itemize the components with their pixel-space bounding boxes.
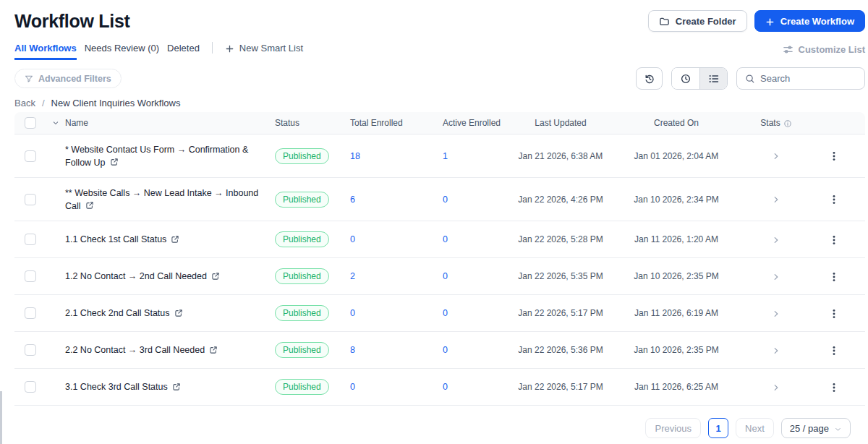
kebab-menu-icon bbox=[829, 307, 839, 320]
workflow-name-cell[interactable]: 1.2 No Contact → 2nd Call Needed bbox=[65, 264, 266, 289]
total-enrolled-link[interactable]: 0 bbox=[339, 308, 431, 318]
row-checkbox[interactable] bbox=[25, 234, 36, 245]
previous-page-button[interactable]: Previous bbox=[645, 418, 701, 438]
enrollment-history-button[interactable] bbox=[636, 67, 663, 90]
create-workflow-button[interactable]: Create Workflow bbox=[754, 10, 865, 32]
page-size-select[interactable]: 25 / page bbox=[781, 418, 851, 438]
external-link-icon[interactable] bbox=[209, 344, 218, 354]
row-actions-button[interactable] bbox=[814, 233, 854, 246]
total-enrolled-link[interactable]: 0 bbox=[339, 382, 431, 392]
next-page-button[interactable]: Next bbox=[736, 418, 774, 438]
workflow-name-cell[interactable]: 3.1 Check 3rd Call Status bbox=[65, 375, 266, 399]
column-header-created-on[interactable]: Created On bbox=[615, 118, 738, 128]
kebab-menu-icon bbox=[829, 193, 839, 206]
list-view-button[interactable] bbox=[699, 68, 727, 89]
table-row[interactable]: 1.2 No Contact → 2nd Call Needed Publish… bbox=[14, 258, 865, 295]
total-enrolled-link[interactable]: 8 bbox=[339, 345, 431, 355]
chevron-right-icon bbox=[771, 307, 781, 320]
tabs: All Workflows Needs Review (0) Deleted N… bbox=[14, 42, 303, 60]
breadcrumb-back-link[interactable]: Back bbox=[14, 98, 35, 108]
select-all-caret-icon[interactable] bbox=[46, 119, 65, 127]
workflow-name-cell[interactable]: 1.1 Check 1st Call Status bbox=[65, 227, 266, 252]
stats-expand-button[interactable] bbox=[738, 150, 814, 163]
row-actions-button[interactable] bbox=[814, 270, 854, 283]
external-link-icon[interactable] bbox=[211, 270, 220, 281]
total-enrolled-link[interactable]: 6 bbox=[339, 195, 431, 205]
row-actions-button[interactable] bbox=[814, 343, 854, 357]
search-box bbox=[736, 67, 865, 90]
select-all-checkbox[interactable] bbox=[25, 117, 36, 129]
kebab-menu-icon bbox=[829, 343, 839, 357]
customize-list-button[interactable]: Customize List bbox=[783, 42, 865, 55]
active-enrolled-link[interactable]: 0 bbox=[431, 308, 506, 318]
table-row[interactable]: ** Website Calls → New Lead Intake → Inb… bbox=[14, 178, 865, 221]
stats-expand-button[interactable] bbox=[738, 380, 814, 393]
row-actions-button[interactable] bbox=[814, 193, 854, 206]
row-actions-button[interactable] bbox=[814, 380, 854, 393]
row-checkbox[interactable] bbox=[25, 194, 36, 205]
advanced-filters-button[interactable]: Advanced Filters bbox=[14, 69, 122, 88]
table-row[interactable]: 2.1 Check 2nd Call Status Published 0 0 … bbox=[14, 295, 865, 332]
tab-all-workflows[interactable]: All Workflows bbox=[14, 43, 77, 60]
column-header-total-enrolled[interactable]: Total Enrolled bbox=[339, 118, 431, 128]
column-header-stats[interactable]: Stats bbox=[738, 118, 814, 128]
table-row[interactable]: 3.1 Check 3rd Call Status Published 0 0 … bbox=[14, 369, 865, 406]
row-checkbox[interactable] bbox=[25, 150, 36, 162]
plus-icon bbox=[225, 42, 234, 53]
created-on-value: Jan 11 2026, 6:25 AM bbox=[615, 382, 738, 392]
table-row[interactable]: 1.1 Check 1st Call Status Published 0 0 … bbox=[14, 221, 865, 258]
folder-icon bbox=[659, 15, 670, 27]
active-enrolled-link[interactable]: 0 bbox=[431, 234, 506, 244]
current-page-button[interactable]: 1 bbox=[708, 418, 728, 438]
active-enrolled-link[interactable]: 1 bbox=[431, 151, 506, 161]
stats-expand-button[interactable] bbox=[738, 233, 814, 246]
chevron-right-icon bbox=[771, 193, 781, 206]
new-smart-list-label: New Smart List bbox=[239, 43, 303, 54]
total-enrolled-link[interactable]: 0 bbox=[339, 234, 431, 244]
chevron-right-icon bbox=[771, 270, 781, 283]
workflow-name-cell[interactable]: 2.2 No Contact → 3rd Call Needed bbox=[65, 338, 266, 362]
workflow-name-cell[interactable]: * Website Contact Us Form → Confirmation… bbox=[65, 137, 266, 175]
external-link-icon[interactable] bbox=[85, 200, 94, 210]
active-enrolled-link[interactable]: 0 bbox=[431, 271, 506, 281]
external-link-icon[interactable] bbox=[171, 234, 179, 244]
view-toggle bbox=[671, 67, 728, 90]
external-link-icon[interactable] bbox=[174, 307, 183, 317]
stats-expand-button[interactable] bbox=[738, 270, 814, 283]
top-bar: Workflow List Create Folder Create Workf… bbox=[14, 0, 865, 32]
active-enrolled-link[interactable]: 0 bbox=[431, 345, 506, 355]
stats-expand-button[interactable] bbox=[738, 343, 814, 357]
column-header-name[interactable]: Name bbox=[65, 118, 266, 128]
row-actions-button[interactable] bbox=[814, 150, 854, 163]
table-row[interactable]: 2.2 No Contact → 3rd Call Needed Publish… bbox=[14, 332, 865, 369]
column-header-last-updated[interactable]: Last Updated bbox=[506, 118, 615, 128]
total-enrolled-link[interactable]: 2 bbox=[339, 271, 431, 281]
chevron-right-icon bbox=[771, 343, 781, 357]
tab-deleted[interactable]: Deleted bbox=[167, 43, 200, 60]
search-input[interactable] bbox=[760, 73, 856, 84]
active-enrolled-link[interactable]: 0 bbox=[431, 195, 506, 205]
stats-expand-button[interactable] bbox=[738, 193, 814, 206]
created-on-value: Jan 10 2026, 2:35 PM bbox=[615, 345, 738, 355]
row-checkbox[interactable] bbox=[25, 307, 36, 319]
new-smart-list-button[interactable]: New Smart List bbox=[225, 42, 303, 59]
create-folder-button[interactable]: Create Folder bbox=[648, 10, 747, 32]
workflow-name-cell[interactable]: ** Website Calls → New Lead Intake → Inb… bbox=[65, 181, 266, 218]
row-checkbox[interactable] bbox=[25, 381, 36, 393]
external-link-icon[interactable] bbox=[110, 157, 119, 167]
row-checkbox[interactable] bbox=[25, 270, 36, 282]
table-row[interactable]: * Website Contact Us Form → Confirmation… bbox=[14, 135, 865, 178]
row-actions-button[interactable] bbox=[814, 307, 854, 320]
stats-expand-button[interactable] bbox=[738, 307, 814, 320]
column-header-status[interactable]: Status bbox=[266, 118, 339, 128]
external-link-icon[interactable] bbox=[172, 381, 181, 391]
tabs-row: All Workflows Needs Review (0) Deleted N… bbox=[14, 42, 865, 60]
row-checkbox[interactable] bbox=[25, 344, 36, 356]
tab-needs-review[interactable]: Needs Review (0) bbox=[85, 43, 159, 60]
workflow-name-cell[interactable]: 2.1 Check 2nd Call Status bbox=[65, 301, 266, 325]
active-enrolled-link[interactable]: 0 bbox=[431, 382, 506, 392]
enrollment-history-icon bbox=[644, 72, 655, 84]
total-enrolled-link[interactable]: 18 bbox=[339, 151, 431, 161]
time-view-button[interactable] bbox=[672, 68, 699, 89]
column-header-active-enrolled[interactable]: Active Enrolled bbox=[431, 118, 506, 128]
